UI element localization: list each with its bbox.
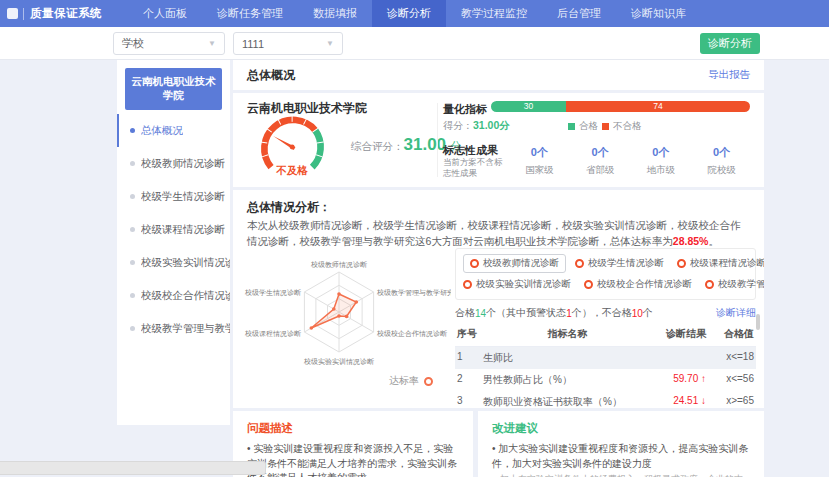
quant-section: 量化指标 30 74 得分：31.00分 合格 不合格 标志性成果 当前方案不含… bbox=[443, 93, 752, 187]
app-title: 质量保证系统 bbox=[30, 6, 102, 21]
nav-item-task-management[interactable]: 诊断任务管理 bbox=[202, 0, 298, 27]
sidebar-item-overview[interactable]: 总体概况 bbox=[117, 114, 230, 147]
fail-circle-icon bbox=[463, 280, 472, 289]
top-navbar: 质量保证系统 个人面板 诊断任务管理 数据填报 诊断分析 教学过程监控 后台管理… bbox=[0, 0, 829, 27]
pass-legend-icon bbox=[568, 123, 575, 130]
radar-axis-training: 校级实验实训情况诊断 bbox=[303, 358, 374, 366]
diagnosis-tags: 校级教师情况诊断 校级学生情况诊断 校级课程情况诊断 校级实验实训情况诊断 bbox=[455, 248, 756, 300]
score-gauge: 不及格 bbox=[247, 109, 342, 189]
radar-axis-cooperation: 校级校企合作情况诊断 bbox=[376, 330, 447, 338]
table-row: 3教师职业资格证书获取率（%） 24.51 ↓ x>=65 bbox=[455, 391, 756, 408]
diagnosis-analyze-button[interactable]: 诊断分析 bbox=[700, 33, 760, 54]
suggestions-title: 改进建议 bbox=[492, 421, 750, 436]
fail-legend-icon bbox=[602, 123, 609, 130]
landmark-note: 当前方案不含标志性成果 bbox=[443, 157, 507, 180]
filter-bar: 学校 ▼ 1111 ▼ 诊断分析 bbox=[0, 27, 829, 60]
suggestions-card: 改进建议 • 加大实验实训建设重视程度和资源投入，提高实验实训条件，加大对实验实… bbox=[478, 411, 764, 477]
sidebar: 云南机电职业技术学院 总体概况 校级教师情况诊断 校级学生情况诊断 校级课程情况… bbox=[117, 60, 230, 425]
nav-item-admin[interactable]: 后台管理 bbox=[542, 0, 616, 27]
analysis-text: 本次从校级教师情况诊断，校级学生情况诊断，校级课程情况诊断，校级实验实训情况诊断… bbox=[247, 217, 750, 250]
radar-chart: 校级教师情况诊断 校级教学管理与教学研究 校级校企合作情况诊断 校级实验实训情况… bbox=[239, 246, 451, 390]
export-report-link[interactable]: 导出报告 bbox=[708, 68, 750, 82]
sidebar-item-training-diagnosis[interactable]: 校级实验实训情况诊断 bbox=[117, 246, 230, 279]
quant-title: 量化指标 bbox=[443, 102, 487, 117]
horizontal-scrollbar-thumb[interactable] bbox=[0, 461, 266, 475]
brand: 质量保证系统 bbox=[0, 0, 102, 27]
overview-card: 云南机电职业技术学院 不及格 综合评分：31.00 分 bbox=[233, 93, 764, 187]
brand-divider bbox=[23, 8, 24, 20]
sidebar-item-student-diagnosis[interactable]: 校级学生情况诊断 bbox=[117, 180, 230, 213]
fail-circle-icon bbox=[470, 259, 479, 268]
chevron-down-icon: ▼ bbox=[326, 39, 334, 48]
bar-legend: 合格 不合格 bbox=[568, 120, 642, 133]
table-scrollbar-thumb[interactable] bbox=[756, 314, 760, 330]
bullet-dot-icon bbox=[130, 161, 135, 166]
radar-axis-student: 校级学生情况诊断 bbox=[244, 289, 301, 297]
plan-select[interactable]: 1111 ▼ bbox=[233, 32, 343, 55]
school-select-value: 学校 bbox=[122, 36, 144, 51]
bar-segment-fail: 74 bbox=[566, 101, 750, 112]
stat-college: 0个 院校级 bbox=[707, 145, 736, 177]
fail-circle-icon bbox=[575, 259, 584, 268]
page-title: 总体概况 bbox=[247, 67, 295, 84]
sidebar-item-course-diagnosis[interactable]: 校级课程情况诊断 bbox=[117, 213, 230, 246]
table-row: 2男性教师占比（%） 59.70 ↑ x<=56 bbox=[455, 369, 756, 391]
nav-menu: 个人面板 诊断任务管理 数据填报 诊断分析 教学过程监控 后台管理 诊断知识库 bbox=[128, 0, 701, 27]
diagnosis-detail-link[interactable]: 诊断详细 bbox=[716, 306, 756, 320]
table-header-row: 序号 指标名称 诊断结果 合格值 bbox=[455, 324, 756, 347]
fail-circle-icon bbox=[705, 280, 714, 289]
problems-card: 问题描述 • 实验实训建设重视程度和资源投入不足，实验实训条件不能满足人才培养的… bbox=[233, 411, 473, 477]
bullet-dot-icon bbox=[130, 260, 135, 265]
overall-rate: 28.85% bbox=[673, 235, 709, 247]
suggestions-bullet: • 加大实验实训建设重视程度和资源投入，提高实验实训条件，加大对实验实训条件的建… bbox=[492, 442, 750, 471]
nav-item-diagnosis-analysis[interactable]: 诊断分析 bbox=[372, 0, 446, 27]
indicator-table: 序号 指标名称 诊断结果 合格值 1生师比 x<=18 2男性教师占比（%） 5… bbox=[455, 324, 756, 408]
radar-data-polygon bbox=[311, 294, 356, 328]
sidebar-item-cooperation-diagnosis[interactable]: 校级校企合作情况诊断 bbox=[117, 279, 230, 312]
pass-fail-bar: 30 74 bbox=[491, 101, 750, 112]
radar-legend: 达标率 bbox=[389, 374, 433, 388]
legend-circle-icon bbox=[424, 377, 433, 386]
tag-training-diagnosis[interactable]: 校级实验实训情况诊断 bbox=[463, 278, 571, 291]
divider bbox=[437, 103, 438, 177]
landmark-title: 标志性成果 bbox=[443, 143, 498, 158]
bullet-dot-icon bbox=[130, 227, 135, 232]
nav-item-teaching-monitor[interactable]: 教学过程监控 bbox=[446, 0, 542, 27]
suggestions-detail: 加大在实验实训条件上的经费投入。积极寻求政府、企业的支持，努力提升基础办学条件质… bbox=[492, 473, 750, 477]
tag-cooperation-diagnosis[interactable]: 校级校企合作情况诊断 bbox=[584, 278, 692, 291]
score-value: 31.00 bbox=[404, 135, 447, 154]
radar-axis-research: 校级教学管理与教学研究 bbox=[376, 289, 451, 297]
tag-student-diagnosis[interactable]: 校级学生情况诊断 bbox=[575, 257, 664, 270]
nav-item-dashboard[interactable]: 个人面板 bbox=[128, 0, 202, 27]
nav-item-knowledge-base[interactable]: 诊断知识库 bbox=[616, 0, 701, 27]
diagnosis-detail-panel: 校级教师情况诊断 校级学生情况诊断 校级课程情况诊断 校级实验实训情况诊断 bbox=[455, 248, 756, 408]
plan-select-value: 1111 bbox=[242, 38, 264, 50]
bar-segment-pass: 30 bbox=[491, 101, 566, 112]
bullet-dot-icon bbox=[130, 194, 135, 199]
table-row: 1生师比 x<=18 bbox=[455, 347, 756, 370]
app-logo-icon bbox=[7, 8, 18, 19]
problems-title: 问题描述 bbox=[247, 421, 459, 436]
bullet-dot-icon bbox=[130, 128, 135, 133]
nav-item-data-entry[interactable]: 数据填报 bbox=[298, 0, 372, 27]
pass-fail-summary: 合格 14 个（其中预警状态1 个），不合格 10 个 诊断详细 bbox=[455, 306, 756, 320]
tag-course-diagnosis[interactable]: 校级课程情况诊断 bbox=[677, 257, 764, 270]
sidebar-item-teaching-research[interactable]: 校级教学管理与教学研究 bbox=[117, 312, 230, 345]
bullet-dot-icon bbox=[130, 293, 135, 298]
fail-circle-icon bbox=[677, 259, 686, 268]
tag-teacher-diagnosis[interactable]: 校级教师情况诊断 bbox=[463, 254, 566, 273]
radar-axis-teacher: 校级教师情况诊断 bbox=[310, 261, 367, 269]
sidebar-item-teacher-diagnosis[interactable]: 校级教师情况诊断 bbox=[117, 147, 230, 180]
problems-bullet: • 实验实训建设重视程度和资源投入不足，实验实训条件不能满足人才培养的需求，实验… bbox=[247, 442, 459, 477]
fail-circle-icon bbox=[584, 280, 593, 289]
stat-municipal: 0个 地市级 bbox=[647, 145, 676, 177]
quant-score: 得分：31.00分 bbox=[443, 119, 510, 133]
stat-provincial: 0个 省部级 bbox=[586, 145, 615, 177]
page-header-card: 总体概况 导出报告 bbox=[233, 60, 764, 90]
trend-down-icon: ↓ bbox=[701, 395, 706, 406]
chevron-down-icon: ▼ bbox=[208, 39, 216, 48]
tag-teaching-research[interactable]: 校级教学管理与教学研究 bbox=[705, 278, 764, 291]
sidebar-school-title: 云南机电职业技术学院 bbox=[125, 68, 222, 110]
school-select[interactable]: 学校 ▼ bbox=[113, 32, 225, 55]
analysis-title: 总体情况分析： bbox=[247, 199, 331, 216]
